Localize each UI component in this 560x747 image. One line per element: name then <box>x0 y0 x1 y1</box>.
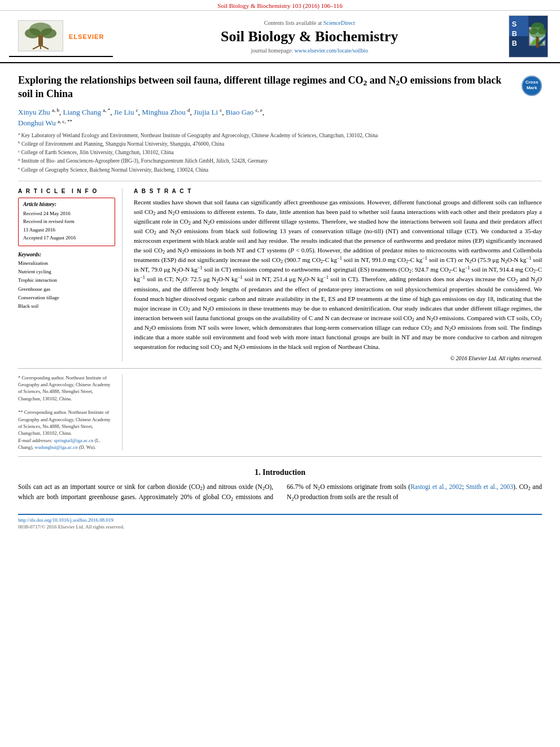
ref-rastogi[interactable]: Rastogi et al., 2002 <box>410 483 462 490</box>
svg-point-2 <box>25 28 41 38</box>
affiliation-b: b College of Environment and Planning, S… <box>18 141 542 148</box>
svg-point-17 <box>538 28 547 34</box>
journal-logo-right: S B B <box>506 15 551 58</box>
affiliations: a Key Laboratory of Wetland Ecology and … <box>18 132 542 181</box>
elsevier-tree-image <box>18 20 63 51</box>
main-content: Exploring the relationships between soil… <box>0 63 560 539</box>
svg-text:S: S <box>512 21 517 29</box>
author-minghua-zhou: Minghua Zhou <box>142 108 186 116</box>
section-divider <box>18 368 542 369</box>
affiliation-e: e College of Geography Science, Baicheng… <box>18 167 542 174</box>
keywords-label: Keywords: <box>18 252 115 257</box>
journal-name: Soil Biology & Biochemistry <box>119 28 500 45</box>
bottom-bar: http://dx.doi.org/10.1016/j.soilbio.2016… <box>18 514 542 530</box>
article-info-col: A R T I C L E I N F O Article history: R… <box>18 188 123 361</box>
revised-date: Received in revised form13 August 2016 <box>23 217 110 234</box>
copyright-line: © 2016 Elsevier Ltd. All rights reserved… <box>134 355 542 361</box>
footnote-corresponding: * Corresponding author. Northeast Instit… <box>18 374 123 451</box>
introduction-heading: 1. Introduction <box>18 468 542 477</box>
sciencedirect-link[interactable]: ScienceDirect <box>323 20 355 26</box>
email2-link[interactable]: wudunghui@iga.ac.cn <box>34 444 77 450</box>
journal-header-center: Contents lists available at ScienceDirec… <box>119 20 500 54</box>
author-jie-liu: Jie Liu <box>114 108 134 116</box>
issn-line: 0038-0717/© 2016 Elsevier Ltd. All right… <box>18 524 542 530</box>
sciencedirect-contents: Contents lists available at ScienceDirec… <box>119 20 500 26</box>
received-date: Received 24 May 2016 <box>23 209 110 217</box>
ref-smith[interactable]: Smith et al., 2003 <box>466 483 513 490</box>
accepted-date: Accepted 17 August 2016 <box>23 234 110 242</box>
abstract-heading: A B S T R A C T <box>134 188 542 194</box>
sbb-logo-image: S B B <box>509 15 548 58</box>
journal-reference-bar: Soil Biology & Biochemistry 103 (2016) 1… <box>0 0 560 11</box>
affiliation-a: a Key Laboratory of Wetland Ecology and … <box>18 132 542 139</box>
doi-link[interactable]: http://dx.doi.org/10.1016/j.soilbio.2016… <box>18 517 113 523</box>
svg-text:B: B <box>512 40 517 47</box>
authors-line: Xinyu Zhu a, b, Liang Chang a, *, Jie Li… <box>18 107 542 129</box>
crossmark-icon: Cross Mark <box>522 76 542 96</box>
elsevier-logo: ELSEVIER <box>9 16 113 57</box>
abstract-col: A B S T R A C T Recent studies have show… <box>134 188 542 361</box>
corresponding1-text: * Corresponding author. Northeast Instit… <box>18 374 115 402</box>
svg-point-3 <box>41 28 56 38</box>
footnote-area: * Corresponding author. Northeast Instit… <box>18 374 542 451</box>
journal-homepage-link[interactable]: www.elsevier.com/locate/soilbio <box>295 47 368 54</box>
article-info-abstract-section: A R T I C L E I N F O Article history: R… <box>18 188 542 361</box>
author-xinyu-zhu: Xinyu Zhu <box>18 108 50 116</box>
journal-reference-text: Soil Biology & Biochemistry 103 (2016) 1… <box>217 2 342 9</box>
affiliation-d: d Institute of Bio- and Geosciences-Agro… <box>18 158 542 165</box>
journal-homepage: journal homepage: www.elsevier.com/locat… <box>119 47 500 54</box>
svg-text:B: B <box>512 30 517 38</box>
article-history-box: Article history: Received 24 May 2016 Re… <box>18 198 115 246</box>
article-info-heading: A R T I C L E I N F O <box>18 188 115 194</box>
svg-rect-15 <box>536 37 539 47</box>
corresponding2-text: ** Corresponding author. Northeast Insti… <box>18 409 115 436</box>
journal-header: ELSEVIER Contents lists available at Sci… <box>0 11 560 63</box>
introduction-section: 1. Introduction Soils can act as an impo… <box>18 462 542 508</box>
article-history-label: Article history: <box>23 202 110 207</box>
svg-point-16 <box>529 28 538 34</box>
email1-link[interactable]: springtail@iga.ac.cn <box>54 438 93 443</box>
footnote-right-empty <box>134 374 542 451</box>
intro-section-divider <box>18 456 542 457</box>
doi-line: http://dx.doi.org/10.1016/j.soilbio.2016… <box>18 517 542 523</box>
svg-text:Mark: Mark <box>527 85 537 90</box>
keywords-list: Mineralization Nutrient cycling Trophic … <box>18 259 115 311</box>
affiliation-c: c College of Earth Sciences, Jilin Unive… <box>18 149 542 156</box>
keywords-box: Keywords: Mineralization Nutrient cyclin… <box>18 252 115 311</box>
email-line: E-mail addresses: springtail@iga.ac.cn (… <box>18 437 115 451</box>
abstract-text: Recent studies have shown that soil faun… <box>134 198 542 352</box>
svg-text:Cross: Cross <box>526 80 539 85</box>
author-donghui-wu: Donghui Wu <box>18 119 56 127</box>
introduction-text: Soils can act as an important source or … <box>18 482 542 502</box>
author-liang-chang: Liang Chang <box>63 108 101 116</box>
svg-rect-4 <box>38 35 43 45</box>
article-dates: Received 24 May 2016 Received in revised… <box>23 209 110 242</box>
article-title: Exploring the relationships between soil… <box>18 73 516 101</box>
article-title-section: Exploring the relationships between soil… <box>18 69 542 101</box>
crossmark-badge[interactable]: Cross Mark <box>522 76 542 96</box>
author-biao-gao: Biao Gao <box>226 108 253 116</box>
author-jiujia-li: Jiujia Li <box>194 108 218 116</box>
elsevier-wordmark: ELSEVIER <box>69 33 104 40</box>
